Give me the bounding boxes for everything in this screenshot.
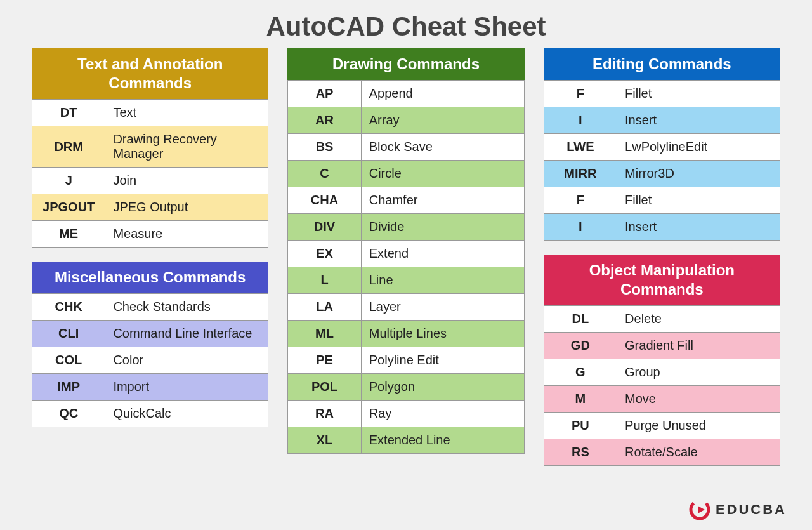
table-row: MIRRMirror3D bbox=[544, 161, 780, 187]
command-code: AP bbox=[288, 81, 361, 107]
command-desc: Chamfer bbox=[361, 187, 524, 214]
table-row: MEMeasure bbox=[32, 221, 268, 248]
table-miscellaneous: CHKCheck Standards CLICommand Line Inter… bbox=[32, 293, 268, 427]
command-code: CHA bbox=[288, 187, 361, 214]
command-desc: Gradient Fill bbox=[617, 333, 780, 359]
command-desc: Append bbox=[361, 81, 524, 107]
command-code: ML bbox=[288, 321, 361, 347]
table-row: APAppend bbox=[288, 81, 524, 107]
table-row: QCQuickCalc bbox=[32, 401, 268, 427]
table-row: JPGOUTJPEG Output bbox=[32, 194, 268, 221]
table-row: IInsert bbox=[544, 107, 780, 134]
command-desc: Polyline Edit bbox=[361, 347, 524, 374]
command-desc: Delete bbox=[617, 306, 780, 333]
command-code: XL bbox=[288, 427, 361, 454]
command-code: C bbox=[288, 161, 361, 187]
command-desc: Array bbox=[361, 107, 524, 134]
card-header-object-manipulation: Object Manipulation Commands bbox=[544, 255, 780, 305]
table-row: ARArray bbox=[288, 107, 524, 134]
table-row: LWELwPolylineEdit bbox=[544, 134, 780, 161]
command-desc: Group bbox=[617, 359, 780, 386]
command-code: L bbox=[288, 267, 361, 294]
table-row: LLine bbox=[288, 267, 524, 294]
table-text-annotation: DTText DRMDrawing Recovery Manager JJoin… bbox=[32, 99, 268, 248]
command-desc: Text bbox=[105, 100, 268, 126]
command-code: QC bbox=[32, 401, 105, 427]
command-code: BS bbox=[288, 134, 361, 161]
table-row: FFillet bbox=[544, 187, 780, 214]
command-code: I bbox=[544, 214, 617, 241]
command-desc: QuickCalc bbox=[105, 401, 268, 427]
table-row: CHKCheck Standards bbox=[32, 294, 268, 321]
table-row: CLICommand Line Interface bbox=[32, 321, 268, 347]
table-row: MMove bbox=[544, 386, 780, 413]
table-row: EXExtend bbox=[288, 241, 524, 267]
table-row: XLExtended Line bbox=[288, 427, 524, 454]
table-row: COLColor bbox=[32, 347, 268, 374]
table-row: RARay bbox=[288, 401, 524, 427]
command-code: CLI bbox=[32, 321, 105, 347]
table-row: BSBlock Save bbox=[288, 134, 524, 161]
table-row: MLMultiple Lines bbox=[288, 321, 524, 347]
command-code: MIRR bbox=[544, 161, 617, 187]
command-code: LA bbox=[288, 294, 361, 321]
command-desc: Mirror3D bbox=[617, 161, 780, 187]
command-desc: Check Standards bbox=[105, 294, 268, 321]
command-code: F bbox=[544, 187, 617, 214]
table-row: CCircle bbox=[288, 161, 524, 187]
command-code: RS bbox=[544, 439, 617, 466]
command-code: I bbox=[544, 107, 617, 134]
table-row: IMPImport bbox=[32, 374, 268, 401]
command-desc: Measure bbox=[105, 221, 268, 248]
command-desc: JPEG Output bbox=[105, 194, 268, 221]
command-code: M bbox=[544, 386, 617, 413]
card-header-editing: Editing Commands bbox=[544, 48, 780, 80]
table-row: GDGradient Fill bbox=[544, 333, 780, 359]
command-desc: Purge Unused bbox=[617, 413, 780, 439]
command-desc: Drawing Recovery Manager bbox=[105, 126, 268, 168]
svg-marker-1 bbox=[698, 506, 705, 513]
column-left: Text and Annotation Commands DTText DRMD… bbox=[32, 48, 268, 480]
command-desc: Multiple Lines bbox=[361, 321, 524, 347]
command-desc: Extended Line bbox=[361, 427, 524, 454]
command-desc: Join bbox=[105, 168, 268, 194]
command-code: DIV bbox=[288, 214, 361, 241]
command-desc: Ray bbox=[361, 401, 524, 427]
table-row: IInsert bbox=[544, 214, 780, 241]
table-row: DIVDivide bbox=[288, 214, 524, 241]
table-row: PEPolyline Edit bbox=[288, 347, 524, 374]
brand: EDUCBA bbox=[689, 499, 787, 520]
command-desc: Extend bbox=[361, 241, 524, 267]
command-desc: Insert bbox=[617, 107, 780, 134]
command-code: PU bbox=[544, 413, 617, 439]
command-code: ME bbox=[32, 221, 105, 248]
command-code: DT bbox=[32, 100, 105, 126]
command-code: PE bbox=[288, 347, 361, 374]
command-desc: Import bbox=[105, 374, 268, 401]
command-desc: Color bbox=[105, 347, 268, 374]
column-middle: Drawing Commands APAppend ARArray BSBloc… bbox=[287, 48, 524, 480]
command-code: G bbox=[544, 359, 617, 386]
command-code: AR bbox=[288, 107, 361, 134]
card-object-manipulation: Object Manipulation Commands DLDelete GD… bbox=[544, 255, 780, 466]
command-desc: Layer bbox=[361, 294, 524, 321]
command-desc: Circle bbox=[361, 161, 524, 187]
command-code: GD bbox=[544, 333, 617, 359]
command-code: DL bbox=[544, 306, 617, 333]
card-header-miscellaneous: Miscellaneous Commands bbox=[32, 262, 268, 293]
table-object-manipulation: DLDelete GDGradient Fill GGroup MMove PU… bbox=[544, 305, 780, 466]
content-columns: Text and Annotation Commands DTText DRMD… bbox=[0, 48, 812, 480]
command-code: IMP bbox=[32, 374, 105, 401]
command-desc: Move bbox=[617, 386, 780, 413]
table-row: DTText bbox=[32, 100, 268, 126]
table-row: DLDelete bbox=[544, 306, 780, 333]
command-desc: Command Line Interface bbox=[105, 321, 268, 347]
table-row: JJoin bbox=[32, 168, 268, 194]
command-desc: Divide bbox=[361, 214, 524, 241]
card-text-annotation: Text and Annotation Commands DTText DRMD… bbox=[32, 48, 268, 248]
table-row: LALayer bbox=[288, 294, 524, 321]
command-desc: Fillet bbox=[617, 81, 780, 107]
command-code: POL bbox=[288, 374, 361, 401]
command-code: F bbox=[544, 81, 617, 107]
table-row: RSRotate/Scale bbox=[544, 439, 780, 466]
